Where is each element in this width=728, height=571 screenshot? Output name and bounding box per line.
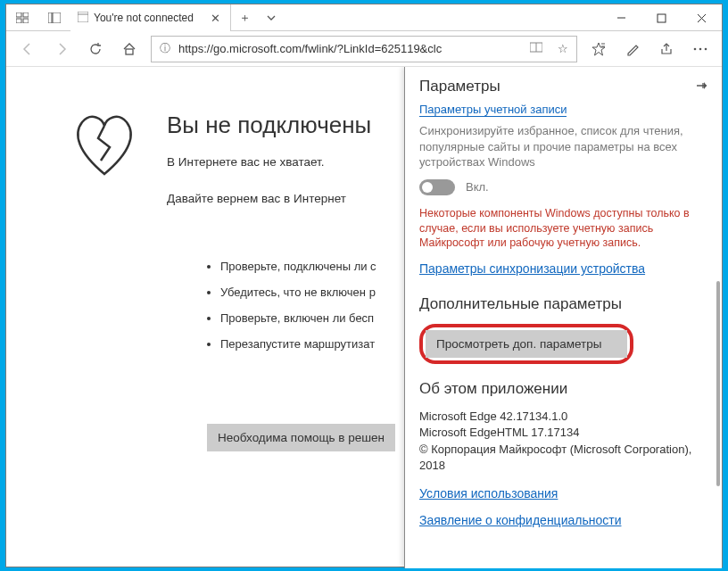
error-bullet: Перезапустите маршрутизат: [220, 337, 376, 351]
settings-body: Параметры учетной записи Синхронизируйте…: [405, 103, 722, 568]
share-button[interactable]: [650, 35, 682, 63]
highlight-annotation: Просмотреть доп. параметры: [419, 324, 633, 364]
error-line2: Давайте вернем вас в Интернет: [167, 192, 371, 205]
svg-rect-4: [48, 12, 52, 23]
tab-chevron-icon[interactable]: [258, 4, 285, 30]
set-aside-tabs-icon[interactable]: [38, 4, 70, 31]
new-tab-button[interactable]: ＋: [231, 4, 258, 30]
error-bullet: Проверьте, включен ли бесп: [220, 311, 376, 325]
settings-error-message: Некоторые компоненты Windows доступны то…: [419, 206, 707, 252]
minimize-button[interactable]: [601, 4, 641, 31]
svg-rect-3: [23, 19, 29, 23]
browser-window: You're not connected ✕ ＋ ⓘ https://go: [5, 4, 723, 567]
window-controls: [601, 4, 722, 30]
svg-rect-9: [658, 14, 666, 22]
error-heading: Вы не подключены: [167, 112, 371, 139]
svg-point-20: [699, 47, 702, 50]
pin-icon[interactable]: [695, 79, 707, 95]
sync-description: Синхронизируйте избранное, список для чт…: [419, 123, 707, 170]
close-window-button[interactable]: [682, 4, 722, 31]
refresh-button[interactable]: [79, 35, 112, 63]
svg-point-21: [705, 47, 707, 50]
privacy-link[interactable]: Заявление о конфиденциальности: [419, 513, 621, 527]
notes-button[interactable]: [616, 35, 649, 63]
favorite-icon[interactable]: ☆: [550, 42, 576, 55]
more-button[interactable]: [684, 35, 716, 63]
advanced-settings-button[interactable]: Просмотреть доп. параметры: [426, 330, 627, 358]
sync-toggle-row: Вкл.: [419, 179, 707, 195]
svg-rect-2: [16, 19, 21, 23]
favorites-button[interactable]: [583, 35, 615, 63]
settings-header: Параметры: [405, 67, 722, 103]
tab-preview-icon[interactable]: [6, 4, 38, 31]
toolbar: ⓘ https://go.microsoft.com/fwlink/?LinkI…: [6, 31, 722, 67]
broken-heart-icon: [69, 112, 140, 181]
account-settings-link[interactable]: Параметры учетной записи: [419, 103, 567, 117]
settings-panel: Параметры Параметры учетной записи Синхр…: [404, 67, 722, 568]
sync-toggle[interactable]: [419, 179, 455, 195]
svg-rect-1: [23, 12, 29, 17]
content-area: Вы не подключены В Интернете вас не хват…: [6, 67, 722, 568]
help-button[interactable]: Необходима помощь в решен: [207, 424, 395, 451]
url-text: https://go.microsoft.com/fwlink/?LinkId=…: [178, 42, 523, 55]
tab-title: You're not connected: [94, 12, 202, 24]
terms-link[interactable]: Условия использования: [419, 486, 558, 501]
svg-rect-6: [78, 12, 88, 22]
error-bullet-list: Проверьте, подключены ли с Убедитесь, чт…: [220, 247, 376, 363]
error-bullet: Проверьте, подключены ли с: [220, 260, 376, 273]
maximize-button[interactable]: [641, 4, 682, 31]
svg-point-19: [694, 47, 697, 50]
titlebar-left: [6, 4, 70, 30]
svg-rect-0: [16, 12, 21, 17]
tab-close-icon[interactable]: ✕: [207, 12, 223, 25]
address-bar[interactable]: ⓘ https://go.microsoft.com/fwlink/?LinkI…: [151, 36, 577, 62]
svg-rect-5: [53, 12, 61, 23]
error-page: Вы не подключены В Интернете вас не хват…: [6, 67, 408, 211]
error-bullet: Убедитесь, что не включен р: [220, 286, 376, 299]
advanced-heading: Дополнительные параметры: [419, 295, 707, 313]
home-button[interactable]: [113, 35, 145, 63]
site-info-icon[interactable]: ⓘ: [152, 41, 178, 56]
titlebar: You're not connected ✕ ＋: [6, 4, 722, 31]
svg-marker-15: [592, 43, 605, 55]
settings-title: Параметры: [419, 78, 500, 95]
browser-tab[interactable]: You're not connected ✕: [70, 4, 231, 31]
sync-toggle-label: Вкл.: [466, 180, 489, 194]
tab-favicon: [78, 12, 88, 25]
sync-settings-link[interactable]: Параметры синхронизации устройства: [419, 261, 645, 276]
svg-rect-12: [126, 49, 133, 54]
error-line1: В Интернете вас не хватает.: [167, 155, 371, 169]
about-body: Microsoft Edge 42.17134.1.0 Microsoft Ed…: [419, 409, 707, 474]
back-button[interactable]: [12, 35, 44, 63]
scrollbar-thumb[interactable]: [716, 281, 720, 486]
reading-view-icon[interactable]: [523, 42, 550, 55]
forward-button[interactable]: [46, 35, 78, 63]
about-heading: Об этом приложении: [419, 380, 707, 398]
